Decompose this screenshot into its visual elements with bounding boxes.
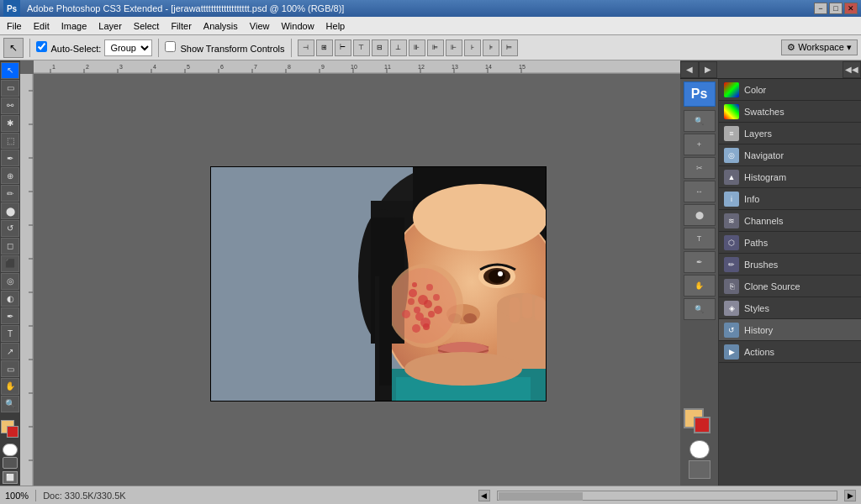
panel-background-color[interactable] — [694, 417, 710, 433]
info-label: Info — [744, 194, 759, 204]
navigator-icon: ◎ — [724, 148, 739, 163]
panel-nav-left[interactable]: ◀ — [680, 61, 699, 78]
auto-select-checkbox[interactable] — [36, 41, 47, 52]
align-bottom-btn[interactable]: ⊥ — [390, 39, 407, 56]
eraser-tool[interactable]: ◻ — [1, 238, 19, 255]
panel-tool-icon-3[interactable]: ✂ — [684, 157, 716, 179]
svg-point-64 — [498, 271, 503, 276]
ps-logo-panel[interactable]: Ps — [684, 81, 716, 107]
dodge-tool[interactable]: ◐ — [1, 291, 19, 307]
marquee-tool[interactable]: ▭ — [1, 80, 19, 97]
distribute-center-h-btn[interactable]: ⊫ — [427, 39, 444, 56]
menu-file[interactable]: File — [2, 19, 27, 33]
auto-select-dropdown[interactable]: Group Layer — [104, 39, 152, 56]
panel-item-info[interactable]: i Info — [719, 188, 861, 210]
menu-help[interactable]: Help — [321, 19, 351, 33]
clone-tool[interactable]: ⬤ — [1, 202, 19, 219]
panel-item-navigator[interactable]: ◎ Navigator — [719, 144, 861, 166]
layers-icon: ≡ — [724, 126, 739, 141]
panel-item-swatches[interactable]: Swatches — [719, 101, 861, 123]
paths-label: Paths — [744, 238, 768, 248]
distribute-left-btn[interactable]: ⊪ — [409, 39, 425, 56]
menu-layer[interactable]: Layer — [93, 19, 127, 33]
panel-item-history[interactable]: ↺ History — [719, 319, 861, 341]
distribute-bottom-btn[interactable]: ⊨ — [501, 39, 518, 56]
panel-tool-icon-2[interactable]: + — [684, 134, 716, 155]
horizontal-scrollbar[interactable] — [497, 491, 837, 501]
panel-item-brushes[interactable]: ✏ Brushes — [719, 254, 861, 276]
quick-select-tool[interactable]: ✱ — [1, 115, 19, 132]
panel-item-color[interactable]: Color — [719, 79, 861, 101]
panel-standard-mode[interactable] — [689, 460, 710, 479]
text-tool[interactable]: T — [1, 325, 19, 342]
panel-item-layers[interactable]: ≡ Layers — [719, 123, 861, 144]
menu-filter[interactable]: Filter — [166, 19, 196, 33]
brush-tool[interactable]: ✏ — [1, 185, 19, 202]
workspace-icon: ⚙ — [787, 42, 795, 53]
align-center-h-btn[interactable]: ⊞ — [316, 39, 333, 56]
healing-tool[interactable]: ⊕ — [1, 167, 19, 184]
background-color[interactable] — [7, 426, 18, 438]
menu-analysis[interactable]: Analysis — [198, 19, 243, 33]
workspace-button[interactable]: ⚙ Workspace ▾ — [781, 39, 858, 55]
distribute-right-btn[interactable]: ⊩ — [446, 39, 462, 56]
menu-select[interactable]: Select — [129, 19, 165, 33]
svg-text:3: 3 — [119, 64, 123, 70]
align-left-btn[interactable]: ⊣ — [298, 39, 314, 56]
svg-rect-32 — [20, 74, 34, 486]
panel-item-paths[interactable]: ⬡ Paths — [719, 232, 861, 254]
panel-item-channels[interactable]: ≋ Channels — [719, 210, 861, 232]
minimize-button[interactable]: − — [814, 3, 827, 14]
panel-screen-mode[interactable] — [689, 440, 710, 459]
close-button[interactable]: ✕ — [844, 3, 858, 14]
path-selection-tool[interactable]: ↗ — [1, 343, 19, 360]
panel-tool-icon-7[interactable]: ✒ — [684, 251, 716, 273]
scroll-right-btn[interactable]: ▶ — [844, 490, 856, 501]
screen-mode[interactable]: ⬜ — [3, 471, 18, 484]
menu-edit[interactable]: Edit — [29, 19, 55, 33]
shape-tool[interactable]: ▭ — [1, 360, 19, 377]
canvas-area: 1 2 3 4 5 6 7 8 9 — [20, 60, 680, 486]
panel-tool-icon-8[interactable]: ✋ — [684, 275, 716, 297]
panel-nav-right[interactable]: ▶ — [699, 61, 717, 78]
zoom-tool[interactable]: 🔍 — [1, 396, 19, 412]
blur-tool[interactable]: ◎ — [1, 273, 19, 290]
scrollbar-thumb[interactable] — [499, 492, 583, 501]
history-brush-tool[interactable]: ↺ — [1, 220, 19, 237]
svg-rect-89 — [522, 293, 532, 318]
eyedropper-tool[interactable]: ✒ — [1, 150, 19, 166]
panel-tool-icon-5[interactable]: ⬤ — [684, 204, 716, 226]
crop-tool[interactable]: ⬚ — [1, 133, 19, 150]
panel-item-styles[interactable]: ◈ Styles — [719, 297, 861, 319]
panel-tool-icon-6[interactable]: T — [684, 228, 716, 249]
menu-view[interactable]: View — [245, 19, 275, 33]
pen-tool[interactable]: ✒ — [1, 307, 19, 324]
svg-point-95 — [404, 352, 522, 386]
hand-tool[interactable]: ✋ — [1, 378, 19, 395]
align-top-btn[interactable]: ⊤ — [353, 39, 370, 56]
panel-tool-icon-9[interactable]: 🔍 — [684, 298, 716, 320]
panel-item-clone-source[interactable]: ⎘ Clone Source — [719, 276, 861, 297]
align-center-v-btn[interactable]: ⊟ — [372, 39, 388, 56]
panel-tool-icon-1[interactable]: 🔍 — [684, 110, 716, 132]
svg-text:5: 5 — [187, 64, 190, 70]
gradient-tool[interactable]: ⬛ — [1, 255, 19, 272]
edit-in-quick-mask[interactable] — [3, 457, 18, 470]
distribute-center-v-btn[interactable]: ⊧ — [483, 39, 499, 56]
menu-window[interactable]: Window — [276, 19, 319, 33]
distribute-top-btn[interactable]: ⊦ — [464, 39, 481, 56]
align-right-btn[interactable]: ⊢ — [335, 39, 351, 56]
edit-in-standard-mode[interactable] — [3, 444, 18, 456]
move-tool-icon[interactable]: ↖ — [3, 38, 24, 58]
panel-collapse-btn[interactable]: ◀◀ — [843, 61, 861, 78]
swatches-label: Swatches — [744, 107, 784, 117]
panel-tool-icon-4[interactable]: ↔ — [684, 181, 716, 202]
panel-item-histogram[interactable]: ▲ Histogram — [719, 166, 861, 188]
lasso-tool[interactable]: ⚯ — [1, 97, 19, 114]
maximize-button[interactable]: □ — [829, 3, 843, 14]
scroll-left-btn[interactable]: ◀ — [478, 490, 490, 501]
move-tool[interactable]: ↖ — [1, 62, 19, 79]
menu-image[interactable]: Image — [56, 19, 92, 33]
panel-item-actions[interactable]: ▶ Actions — [719, 341, 861, 363]
show-transform-checkbox[interactable] — [165, 41, 176, 52]
